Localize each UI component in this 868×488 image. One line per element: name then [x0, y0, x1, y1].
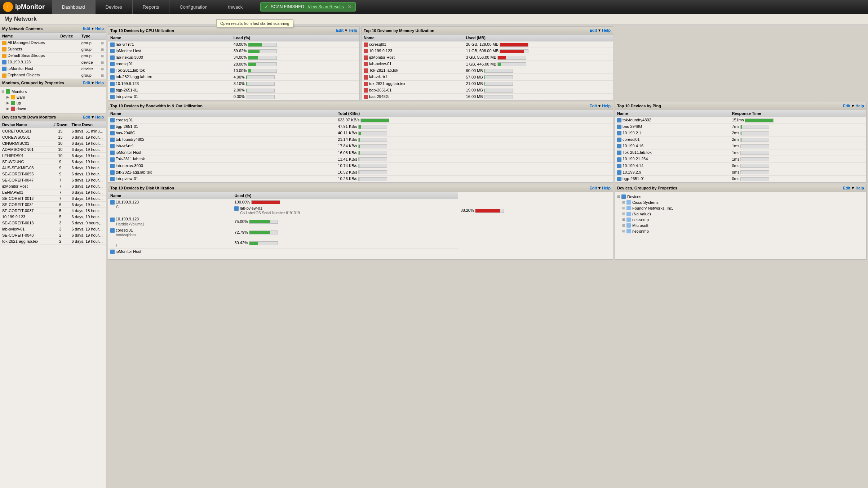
table-row[interactable]: lab-vrf-rtr1 17.84 KB/s — [108, 143, 613, 149]
network-contents-edit[interactable]: Edit — [83, 26, 90, 31]
table-row[interactable]: / 30.42% — [108, 238, 613, 248]
bw-help[interactable]: Help — [602, 104, 611, 108]
table-row[interactable]: lab-pview-01 1 GB, 446.00 MB — [362, 61, 613, 67]
tree-row[interactable]: ▶up — [0, 100, 106, 106]
tab-thwack[interactable]: thwack — [218, 0, 253, 14]
table-row[interactable]: lab-pview-01 3 6 days, 19 hours, 34 min — [0, 226, 106, 232]
tree-row[interactable]: ⊞Foundry Networks, Inc. — [615, 205, 866, 211]
table-row[interactable]: lab-vrf-rtr1 57.00 MB — [362, 74, 613, 80]
tree-row[interactable]: ⊟Devices — [615, 194, 866, 200]
table-row[interactable]: SE-COREIT-0013 3 5 days, 9 hours, 48 min — [0, 220, 106, 226]
tree-row[interactable]: ⊟Monitors — [0, 89, 106, 94]
list-item[interactable]: Default SmartGroups group ⊞ — [0, 53, 106, 59]
table-row[interactable]: 10.199.9.123C: 100.00% — [108, 199, 613, 205]
table-row[interactable]: COREWSUS01 13 6 days, 19 hours, 37 min — [0, 134, 106, 140]
tab-configuration[interactable]: Configuration — [169, 0, 218, 14]
table-row[interactable]: 10.199.4.14 0ms — [615, 162, 866, 169]
table-row[interactable]: lab-nexus-3000 34.00% — [108, 54, 359, 61]
list-item[interactable]: ipMonitor Host device ⊞ — [0, 66, 106, 72]
list-item[interactable]: All Managed Devices group ⊞ — [0, 40, 106, 46]
list-item[interactable]: 10.199.9.123 device ⊞ — [0, 59, 106, 66]
down-devices-edit[interactable]: Edit — [83, 115, 90, 120]
tab-dashboard[interactable]: Dashboard — [52, 0, 96, 14]
table-row[interactable]: 10.199.9.123 3.10% — [108, 80, 359, 87]
table-row[interactable]: 10.199.4.16 1ms — [615, 143, 866, 149]
table-row[interactable]: 10.199.9.123 11 GB, 608.00 MB — [362, 48, 613, 54]
table-row[interactable]: SE-COREIT-0037 5 4 days, 18 hours, 38 mi… — [0, 207, 106, 214]
table-row[interactable]: tok-2821-agg.lab.tex 2 6 days, 19 hours,… — [0, 238, 106, 244]
table-row[interactable]: bas-2948G 7ms — [615, 123, 866, 130]
disk-help[interactable]: Help — [602, 186, 611, 191]
table-row[interactable]: AUS-SE-KMIE-03 9 6 days, 19 hours, 35 mi… — [0, 165, 106, 171]
tree-row[interactable]: ▶down — [0, 106, 106, 112]
grouped-edit[interactable]: Edit — [843, 186, 850, 191]
table-row[interactable]: SE-COREIT-0034 6 6 days, 19 hours, 36 mi… — [0, 201, 106, 207]
table-row[interactable]: SE-COREIT-0055 9 6 days, 19 hours, 35 mi… — [0, 171, 106, 177]
table-row[interactable]: 10.199.2.9 0ms — [615, 169, 866, 175]
tree-row[interactable]: ⊞(No Value) — [615, 211, 866, 217]
table-row[interactable]: lab-nexus-3000 10.74 KB/s — [108, 162, 613, 169]
table-row[interactable]: tok-foundry4802 21.14 KB/s — [108, 136, 613, 143]
table-row[interactable]: coresql01/mnt/sqldata 72.79% — [108, 227, 613, 238]
table-row[interactable]: ADAMSORION01 10 6 days, 19 hours, 30 min — [0, 146, 106, 152]
table-row[interactable]: tok-foundry4802 151ms — [615, 117, 866, 123]
table-row[interactable]: ipMonitor Host 3 GB, 556.00 MB — [362, 54, 613, 61]
cpu-help[interactable]: Help — [349, 28, 357, 33]
table-row[interactable]: Tok-2811.lab.tok 1ms — [615, 149, 866, 156]
table-row[interactable]: CINGRMISC01 10 6 days, 19 hours, 30 min — [0, 140, 106, 146]
tree-row[interactable]: ⊞Microsoft — [615, 223, 866, 228]
tree-row[interactable]: ▶warn — [0, 94, 106, 100]
grouped-help[interactable]: Help — [855, 186, 864, 191]
tab-devices[interactable]: Devices — [96, 0, 133, 14]
memory-edit[interactable]: Edit — [589, 28, 597, 33]
table-row[interactable]: tok-2821-agg.lab.tex 4.00% — [108, 74, 359, 80]
tree-row[interactable]: ⊞net-snmp — [615, 228, 866, 234]
cpu-edit[interactable]: Edit — [336, 28, 344, 33]
table-row[interactable]: coresql01 633.97 KB/s — [108, 117, 613, 123]
table-row[interactable]: lab-pview-01 10.26 KB/s — [108, 175, 613, 182]
table-row[interactable]: coresql01 28 GB, 129.00 MB — [362, 41, 613, 48]
list-item[interactable]: Orphaned Objects group ⊞ — [0, 72, 106, 79]
table-row[interactable]: lab-pview-01 0.00% — [108, 93, 359, 100]
table-row[interactable]: bgp-2651-01 47.91 KB/s — [108, 123, 613, 130]
scan-button[interactable]: ✓ SCAN FINISHED View Scan Results ✕ — [260, 2, 356, 12]
table-row[interactable]: Tok-2811.lab.tok 60.00 MB — [362, 67, 613, 74]
ping-help[interactable]: Help — [855, 104, 864, 108]
down-devices-help[interactable]: Help — [95, 115, 104, 120]
bw-edit[interactable]: Edit — [589, 104, 597, 108]
ping-edit[interactable]: Edit — [843, 104, 850, 108]
table-row[interactable]: LEHIAPE01 7 6 days, 19 hours, 36 min — [0, 189, 106, 195]
table-row[interactable]: bgp-2651-01 19.00 MB — [362, 87, 613, 93]
table-row[interactable]: bgp-2651-01 0ms — [615, 175, 866, 182]
table-row[interactable]: CORETOOLS01 15 6 days, 51 minutes, 23 se — [0, 128, 106, 134]
scan-results-label[interactable]: View Scan Results — [308, 4, 344, 9]
table-row[interactable]: coresql01 28.00% — [108, 61, 359, 67]
table-row[interactable]: ipMonitor Host 16.08 KB/s — [108, 149, 613, 156]
table-row[interactable]: LEHIRDS01 10 6 days, 19 hours, 36 min — [0, 152, 106, 158]
scan-close-button[interactable]: ✕ — [347, 4, 352, 10]
table-row[interactable]: bgp-2651-01 2.00% — [108, 87, 359, 93]
table-row[interactable]: tok-2821-agg.lab.tex 21.00 MB — [362, 80, 613, 87]
table-row[interactable]: SE-COREIT-0048 2 6 days, 19 hours, 34 mi… — [0, 232, 106, 238]
table-row[interactable]: Tok-2811.lab.tok 11.41 KB/s — [108, 156, 613, 162]
monitors-help[interactable]: Help — [95, 81, 104, 85]
table-row[interactable]: 10.199.2.1 2ms — [615, 130, 866, 136]
table-row[interactable]: coresql01 2ms — [615, 136, 866, 143]
table-row[interactable]: SE-COREIT-0047 7 6 days, 19 hours, 35 mi… — [0, 177, 106, 183]
disk-edit[interactable]: Edit — [589, 186, 597, 191]
table-row[interactable]: 10.199.21.254 1ms — [615, 156, 866, 162]
table-row[interactable]: bas-2948G 40.11 KB/s — [108, 130, 613, 136]
tree-row[interactable]: ⊞Cisco Systems — [615, 200, 866, 205]
tree-row[interactable]: ⊞net-snmp — [615, 217, 866, 223]
table-row[interactable]: SE-COREIT-0012 7 6 days, 19 hours, 36 mi… — [0, 195, 106, 201]
tab-reports[interactable]: Reports — [133, 0, 170, 14]
network-contents-help[interactable]: Help — [95, 26, 104, 31]
table-row[interactable]: SE-WDUNC 9 6 days, 19 hours, 35 min — [0, 158, 106, 165]
monitors-edit[interactable]: Edit — [83, 81, 90, 85]
table-row[interactable]: Tok-2811.lab.tok 10.00% — [108, 67, 359, 74]
table-row[interactable]: ipMonitor Host — [108, 248, 613, 259]
table-row[interactable]: ipMonitor Host 7 6 days, 19 hours, 38 mi… — [0, 183, 106, 189]
table-row[interactable]: bas-2948G 16.00 MB — [362, 93, 613, 100]
list-item[interactable]: Subnets group ⊞ — [0, 46, 106, 53]
memory-help[interactable]: Help — [602, 28, 611, 33]
